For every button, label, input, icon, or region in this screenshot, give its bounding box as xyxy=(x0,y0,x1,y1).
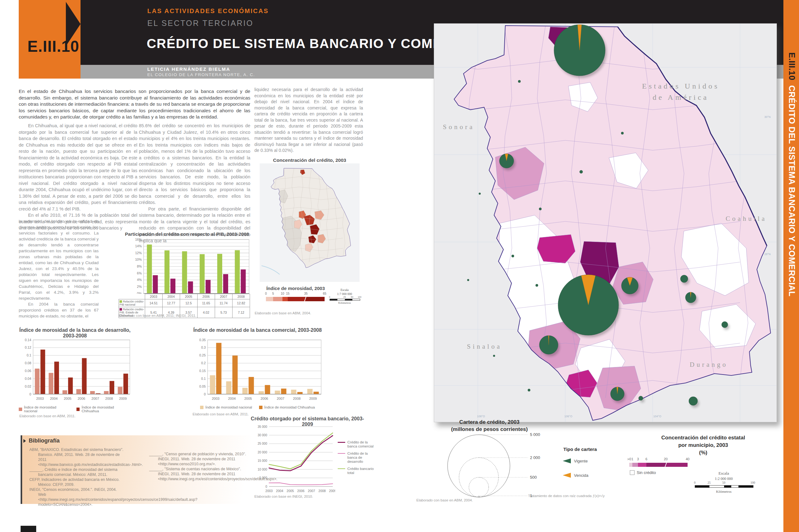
author-affiliation: EL COLEGIO DE LA FRONTERA NORTE, A. C. xyxy=(147,72,255,77)
sqrt-note: Tratamiento de datos con raíz cuadrada ƒ… xyxy=(528,494,604,498)
label-sonora: Sonora xyxy=(443,123,475,131)
scalebar-segment xyxy=(709,486,724,488)
comercial-bar-chart: 00.050.10.150.20.250.30.3520032004200520… xyxy=(192,337,323,404)
small-map-km-label: Kilómetros xyxy=(328,301,361,304)
svg-text:2006: 2006 xyxy=(78,397,85,400)
svg-text:0.35: 0.35 xyxy=(199,338,206,342)
line-chart-source: Elaborado con base en INEGI, 2010. xyxy=(254,495,313,498)
pib-chart-title: Participación del crédito con respecto a… xyxy=(124,231,250,237)
svg-text:14%: 14% xyxy=(135,244,142,248)
ramp-tick: 5 xyxy=(272,292,274,295)
conc-title-line1: Concentración del crédito estatal xyxy=(644,434,762,441)
scalebar-segment xyxy=(739,486,753,488)
svg-text:2007: 2007 xyxy=(308,489,315,493)
small-map-escala-ratio: 1:7 000 000 xyxy=(328,292,361,296)
ramp-tick: 65 xyxy=(323,292,326,295)
legend-swatch xyxy=(259,406,262,409)
ramp-segment xyxy=(629,463,632,467)
svg-text:0: 0 xyxy=(29,392,31,396)
svg-text:0.04: 0.04 xyxy=(25,377,32,380)
svg-text:0.25: 0.25 xyxy=(199,353,206,357)
ramp-segment xyxy=(266,297,273,301)
svg-text:0.06: 0.06 xyxy=(25,369,32,373)
intro-paragraph: En el estado de Chihuahua los servicios … xyxy=(19,88,250,120)
svg-text:12%: 12% xyxy=(135,251,142,255)
legend-item: Índice de morosidad nacional xyxy=(19,405,70,413)
legend-item: Crédito bancario total xyxy=(338,467,375,475)
ramp-segment xyxy=(306,297,325,301)
vencida-wedge-icon xyxy=(563,473,571,478)
comercial-source: Elaborado con base en ABM, 2011. xyxy=(193,412,249,416)
header-kicker: LAS ACTIVIDADES ECONÓMICAS xyxy=(147,7,269,15)
conc-escala-label: Escala xyxy=(695,471,753,476)
ramp-segment xyxy=(288,297,306,301)
svg-text:16%: 16% xyxy=(135,238,142,241)
graticule-label: 28°N xyxy=(764,252,770,256)
ramp-tick: 35 xyxy=(304,292,307,295)
paragraph: 85.6% del crédito se concentró en los mu… xyxy=(139,122,250,206)
svg-text:20 000: 20 000 xyxy=(257,451,267,454)
bibliography-column-1: ABM, "BANXICO. Estadísticas del sistema … xyxy=(29,447,125,507)
svg-text:2005: 2005 xyxy=(64,397,71,400)
bibliography-entry: INEGI, "Censos económicos, 2004.". INEGI… xyxy=(29,487,125,507)
vigente-wedge-icon xyxy=(563,458,571,463)
scalebar-tick: 25 xyxy=(708,481,711,484)
svg-text:8%: 8% xyxy=(137,264,142,268)
svg-text:0.05: 0.05 xyxy=(199,384,206,388)
graticule-label: 108°O xyxy=(477,415,485,418)
svg-text:2 000: 2 000 xyxy=(530,455,540,460)
legend-line-swatch xyxy=(338,469,345,469)
ramp-tick: 20 xyxy=(664,457,668,461)
label-coahuila: Coahuila xyxy=(726,215,767,222)
svg-text:2008: 2008 xyxy=(293,397,301,400)
svg-text:0.3: 0.3 xyxy=(201,345,206,349)
svg-text:2006: 2006 xyxy=(297,489,305,493)
svg-text:25 000: 25 000 xyxy=(257,442,267,445)
mor_com-svg: 00.050.10.150.20.250.30.3520032004200520… xyxy=(192,337,323,403)
edge-strip-text: E.III.10CRÉDITO DEL SISTEMA BANCARIO Y C… xyxy=(787,52,797,297)
ramp-tick: 0 xyxy=(265,292,267,295)
small-map-color-ramp xyxy=(266,297,325,301)
scalebar-tick: 100 xyxy=(358,296,361,298)
column-2: 85.6% del crédito se concentró en los mu… xyxy=(139,122,250,244)
ramp-segment xyxy=(632,463,638,467)
bibliography-entry: ABM, "BANXICO. Estadísticas del sistema … xyxy=(29,447,125,467)
svg-text:5 000: 5 000 xyxy=(530,432,540,437)
svg-text:0.12: 0.12 xyxy=(25,345,32,349)
svg-text:0.2: 0.2 xyxy=(201,361,206,365)
svg-text:0: 0 xyxy=(204,392,206,396)
legend-line-swatch xyxy=(338,453,345,454)
small-map-title: Concentración del crédito, 2003 xyxy=(260,157,360,163)
legend-line-swatch xyxy=(338,442,345,443)
svg-text:0: 0 xyxy=(265,485,267,488)
comercial-chart-legend: Índice de morosidad nacionalÍndice de mo… xyxy=(192,405,323,409)
graticule-label: 104°O xyxy=(653,415,661,418)
svg-text:2005: 2005 xyxy=(244,397,252,400)
desarrollo-chart-legend: Índice de morosidad nacionalÍndice de mo… xyxy=(19,405,131,413)
cartera-source: Elaborado con base en ABM, 2004. xyxy=(416,498,473,502)
svg-text:0.1: 0.1 xyxy=(201,377,206,380)
author-name: LETICIA HERNÁNDEZ BIELMA xyxy=(147,66,230,72)
bibliography-title: Bibliografía xyxy=(29,438,60,444)
scalebar-tick: 100 xyxy=(751,481,755,484)
svg-text:6%: 6% xyxy=(137,271,142,275)
svg-text:500: 500 xyxy=(530,475,537,480)
svg-text:2005: 2005 xyxy=(287,489,294,493)
conc-title-unit: (%) xyxy=(644,449,762,457)
svg-text:0%: 0% xyxy=(137,291,142,294)
scalebar-segment xyxy=(695,486,709,488)
cartera-circle-scale: 5 0002 0005001 xyxy=(446,432,593,499)
ramp-segment xyxy=(638,463,647,467)
scalebar-segment xyxy=(345,299,352,300)
graticule-label: 30°N xyxy=(764,115,770,118)
scalebar-segment xyxy=(330,299,338,300)
small-map-source: Elaborado con base en ABM, 2004. xyxy=(255,311,311,315)
ramp-tick: 1 xyxy=(631,457,633,461)
conc-km-label: Kilómetros xyxy=(695,490,753,493)
svg-text:10%: 10% xyxy=(135,258,142,261)
small-map-escala-label: Escala xyxy=(328,288,361,291)
label-usa-line1: Estados Unidos xyxy=(642,82,720,90)
column-1-wide: En Chihuahua, al igual que a nivel nacio… xyxy=(19,122,137,231)
bibliography-entry: ______, Crédito e índice de morosidad de… xyxy=(29,467,125,477)
concentracion-legend-title: Concentración del crédito estatal por mu… xyxy=(644,434,762,457)
